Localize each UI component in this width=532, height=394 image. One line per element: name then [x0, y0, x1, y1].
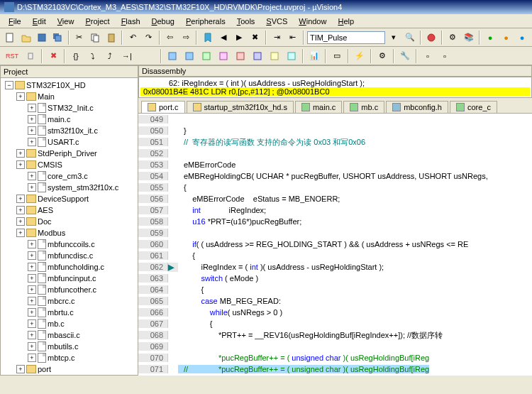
- run-to-icon[interactable]: →|: [119, 48, 135, 64]
- tree-item[interactable]: +StdPeriph_Driver: [2, 148, 136, 159]
- tree-item[interactable]: +system_stm32f10x.c: [2, 182, 136, 193]
- save-all-icon[interactable]: [50, 30, 65, 45]
- expand-icon[interactable]: +: [16, 149, 25, 158]
- expand-icon[interactable]: +: [28, 331, 36, 339]
- code-line[interactable]: 051// 寄存器的读写函数 支持的命令为读 0x03 和写0x06: [138, 136, 532, 148]
- expand-icon[interactable]: +: [28, 172, 36, 180]
- tree-item[interactable]: +Doc: [2, 216, 136, 227]
- reset-button[interactable]: RST: [3, 48, 21, 64]
- expand-icon[interactable]: +: [28, 297, 36, 305]
- expand-icon[interactable]: +: [28, 115, 36, 124]
- config-icon[interactable]: ⚙: [445, 30, 460, 45]
- tool-a-icon[interactable]: ●: [483, 30, 497, 45]
- new-file-icon[interactable]: [3, 30, 17, 45]
- save-icon[interactable]: [35, 30, 49, 45]
- tree-item[interactable]: +Modbus: [2, 227, 136, 239]
- find-icon[interactable]: 🔍: [402, 30, 416, 45]
- tree-item[interactable]: +port: [2, 363, 136, 375]
- expand-icon[interactable]: +: [16, 217, 25, 226]
- menu-help[interactable]: Help: [332, 16, 360, 27]
- menu-tools[interactable]: Tools: [231, 16, 261, 27]
- serial-icon[interactable]: ▭: [329, 48, 345, 64]
- code-line[interactable]: 049: [138, 114, 532, 125]
- tree-root-label[interactable]: STM32F10X_HD: [26, 81, 86, 89]
- expand-icon[interactable]: +: [28, 126, 36, 135]
- tree-item[interactable]: +mbfuncother.c: [2, 284, 136, 295]
- tree-item[interactable]: +mbcrc.c: [2, 295, 136, 307]
- win5-icon[interactable]: [233, 48, 248, 64]
- code-line[interactable]: 059: [138, 227, 532, 239]
- tab-port-c[interactable]: port.c: [141, 101, 185, 113]
- tree-item[interactable]: +CMSIS: [2, 159, 136, 170]
- tree-item[interactable]: +mbutils.c: [2, 341, 136, 352]
- menu-project[interactable]: Project: [79, 16, 115, 27]
- expand-icon[interactable]: +: [28, 138, 36, 146]
- analyzer-icon[interactable]: 📊: [306, 48, 322, 64]
- tree-item[interactable]: +STM32_Init.c: [2, 102, 136, 114]
- bookmark-clear-icon[interactable]: ✖: [248, 30, 262, 45]
- bookmark-icon[interactable]: [200, 30, 214, 45]
- code-line[interactable]: 050}: [138, 125, 532, 136]
- win1-icon[interactable]: [165, 48, 180, 64]
- win7-icon[interactable]: [267, 48, 282, 64]
- nav-back-icon[interactable]: ⇦: [163, 30, 177, 45]
- tab-main-c[interactable]: main.c: [295, 101, 342, 113]
- breakpoint-gutter[interactable]: ▶: [168, 263, 178, 272]
- project-tree[interactable]: −STM32F10X_HD+Main+STM32_Init.c+main.c+s…: [1, 78, 138, 375]
- expand-icon[interactable]: +: [28, 104, 36, 112]
- expand-icon[interactable]: −: [5, 81, 13, 89]
- code-line[interactable]: 064 {: [138, 284, 532, 295]
- expand-icon[interactable]: +: [16, 206, 25, 214]
- menu-window[interactable]: Window: [293, 16, 332, 27]
- expand-icon[interactable]: +: [28, 319, 36, 328]
- step-out-icon[interactable]: ⤴: [102, 48, 118, 64]
- tab-startup_stm32f10x_hd-s[interactable]: startup_stm32f10x_hd.s: [187, 101, 294, 113]
- tree-item[interactable]: +stm32f10x_it.c: [2, 125, 136, 136]
- combo-dropdown-icon[interactable]: ▾: [387, 30, 401, 45]
- tool-c-icon[interactable]: ●: [515, 30, 529, 45]
- copy-icon[interactable]: [88, 30, 102, 45]
- code-line[interactable]: 063 switch ( eMode ): [138, 273, 532, 284]
- tree-item[interactable]: +mbtcp.c: [2, 352, 136, 363]
- sys-icon[interactable]: ⚙: [375, 48, 390, 64]
- extra1-icon[interactable]: ▫: [420, 48, 436, 64]
- books-icon[interactable]: 📚: [462, 30, 476, 45]
- tree-item[interactable]: +mbfuncdisc.c: [2, 250, 136, 261]
- code-line[interactable]: 067 {: [138, 318, 532, 329]
- run-icon[interactable]: [23, 48, 38, 64]
- code-line[interactable]: 072 iRegIndex++;: [138, 375, 532, 376]
- code-line[interactable]: 053eMBErrorCode: [138, 159, 532, 170]
- win2-icon[interactable]: [182, 48, 197, 64]
- tree-item[interactable]: +mb.c: [2, 318, 136, 329]
- tree-item[interactable]: +mbascii.c: [2, 329, 136, 341]
- tree-item[interactable]: +core_cm3.c: [2, 170, 136, 182]
- menu-svcs[interactable]: SVCS: [260, 16, 293, 27]
- code-line[interactable]: 058 u16 *PRT=(u16*)pucRegBuffer;: [138, 216, 532, 227]
- tree-item[interactable]: +AES: [2, 204, 136, 216]
- tree-item[interactable]: +mbfuncholding.c: [2, 261, 136, 273]
- expand-icon[interactable]: +: [28, 342, 36, 351]
- redo-icon[interactable]: ↷: [141, 30, 155, 45]
- undo-icon[interactable]: ↶: [126, 30, 140, 45]
- code-line[interactable]: 068 *PRT++ = __REV16(usRegHoldingBuf[iRe…: [138, 329, 532, 341]
- menu-view[interactable]: View: [52, 16, 80, 27]
- bookmark-next-icon[interactable]: ▶: [232, 30, 246, 45]
- step-over-icon[interactable]: ⤵: [85, 48, 101, 64]
- code-editor[interactable]: 049050}051// 寄存器的读写函数 支持的命令为读 0x03 和写0x0…: [138, 114, 532, 376]
- tab-mb-c[interactable]: mb.c: [343, 101, 384, 113]
- nav-fwd-icon[interactable]: ⇨: [179, 30, 193, 45]
- code-line[interactable]: 055{: [138, 182, 532, 193]
- expand-icon[interactable]: +: [28, 285, 36, 294]
- tab-mbconfig-h[interactable]: mbconfig.h: [386, 101, 448, 113]
- extra2-icon[interactable]: ▫: [437, 48, 453, 64]
- tree-item[interactable]: +USART.c: [2, 136, 136, 148]
- tool-b-icon[interactable]: ●: [499, 30, 513, 45]
- win6-icon[interactable]: [250, 48, 265, 64]
- paste-icon[interactable]: [104, 30, 118, 45]
- expand-icon[interactable]: +: [28, 183, 36, 192]
- debug-icon[interactable]: [424, 30, 438, 45]
- tree-item[interactable]: +DeviceSupport: [2, 193, 136, 204]
- menu-file[interactable]: File: [3, 16, 27, 27]
- win3-icon[interactable]: [199, 48, 214, 64]
- code-line[interactable]: 054eMBRegHoldingCB( UCHAR * pucRegBuffer…: [138, 170, 532, 182]
